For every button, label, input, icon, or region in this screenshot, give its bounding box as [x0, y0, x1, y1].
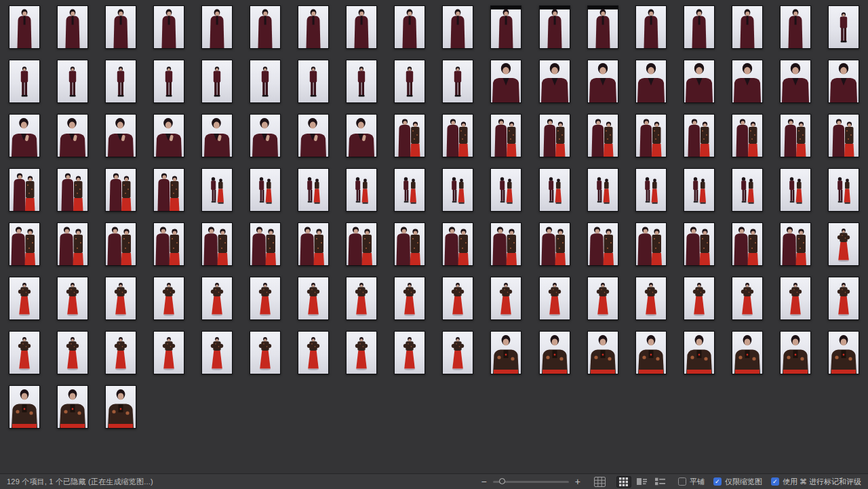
checkbox-checked-icon[interactable]: ✓ [713, 477, 722, 486]
photo-thumbnail[interactable] [539, 5, 570, 49]
photo-thumbnail[interactable] [153, 331, 184, 374]
photo-thumbnail[interactable] [153, 222, 184, 266]
photo-thumbnail[interactable] [201, 5, 233, 49]
photo-thumbnail[interactable] [250, 60, 281, 103]
photo-thumbnail[interactable] [9, 168, 40, 212]
photo-thumbnail[interactable] [105, 385, 136, 429]
photo-thumbnail[interactable] [684, 114, 715, 157]
photo-thumbnail[interactable] [635, 168, 667, 212]
details-view-button[interactable] [635, 476, 650, 488]
photo-thumbnail[interactable] [490, 168, 521, 212]
photo-thumbnail[interactable] [442, 114, 473, 157]
photo-thumbnail[interactable] [732, 168, 763, 212]
photo-thumbnail[interactable] [298, 277, 329, 320]
photo-thumbnail[interactable] [394, 331, 425, 374]
photo-thumbnail[interactable] [490, 60, 521, 103]
photo-thumbnail[interactable] [780, 60, 811, 103]
photo-thumbnail[interactable] [828, 168, 859, 212]
photo-thumbnail[interactable] [394, 222, 425, 266]
photo-thumbnail[interactable] [539, 277, 570, 320]
photo-thumbnail[interactable] [57, 385, 88, 429]
photo-thumbnail[interactable] [490, 114, 521, 157]
grid-lock-view-button[interactable] [594, 477, 606, 487]
photo-thumbnail[interactable] [394, 114, 425, 157]
photo-thumbnail[interactable] [394, 5, 425, 49]
photo-thumbnail[interactable] [9, 277, 40, 320]
photo-thumbnail[interactable] [298, 60, 329, 103]
photo-thumbnail[interactable] [587, 277, 618, 320]
photo-thumbnail[interactable] [57, 277, 88, 320]
photo-thumbnail[interactable] [346, 60, 377, 103]
photo-thumbnail[interactable] [442, 222, 473, 266]
photo-thumbnail[interactable] [9, 60, 40, 103]
photo-thumbnail[interactable] [298, 222, 329, 266]
photo-thumbnail[interactable] [732, 331, 763, 374]
photo-thumbnail[interactable] [780, 168, 811, 212]
photo-thumbnail[interactable] [153, 5, 184, 49]
photo-thumbnail[interactable] [346, 222, 377, 266]
photo-thumbnail[interactable] [105, 168, 136, 212]
photo-thumbnail[interactable] [442, 5, 473, 49]
photo-thumbnail[interactable] [105, 5, 136, 49]
photo-thumbnail[interactable] [490, 277, 521, 320]
zoom-out-button[interactable]: − [480, 477, 488, 486]
photo-thumbnail[interactable] [153, 277, 184, 320]
photo-thumbnail[interactable] [684, 277, 715, 320]
photo-thumbnail[interactable] [201, 277, 233, 320]
photo-thumbnail[interactable] [828, 5, 859, 49]
photo-thumbnail[interactable] [684, 5, 715, 49]
photo-thumbnail[interactable] [684, 331, 715, 374]
photo-thumbnail[interactable] [201, 222, 233, 266]
photo-thumbnail[interactable] [635, 222, 667, 266]
photo-thumbnail[interactable] [105, 60, 136, 103]
photo-thumbnail[interactable] [732, 277, 763, 320]
photo-thumbnail[interactable] [442, 277, 473, 320]
photo-thumbnail[interactable] [57, 5, 88, 49]
photo-thumbnail[interactable] [201, 331, 233, 374]
photo-thumbnail[interactable] [105, 114, 136, 157]
photo-thumbnail[interactable] [635, 60, 667, 103]
photo-thumbnail[interactable] [9, 5, 40, 49]
photo-thumbnail[interactable] [394, 60, 425, 103]
zoom-slider-knob[interactable] [499, 478, 505, 484]
photo-thumbnail[interactable] [57, 222, 88, 266]
photo-thumbnail[interactable] [346, 331, 377, 374]
photo-thumbnail[interactable] [635, 277, 667, 320]
zoom-slider[interactable] [493, 481, 569, 483]
photo-thumbnail[interactable] [346, 5, 377, 49]
photo-thumbnail[interactable] [587, 222, 618, 266]
checkbox-checked-icon[interactable]: ✓ [771, 477, 779, 486]
photo-thumbnail[interactable] [201, 114, 233, 157]
photo-thumbnail[interactable] [153, 60, 184, 103]
photo-thumbnail[interactable] [587, 60, 618, 103]
photo-thumbnail[interactable] [635, 114, 667, 157]
toggle-3[interactable]: ✓使用 ⌘ 进行标记和评级 [771, 477, 861, 487]
photo-thumbnail[interactable] [442, 60, 473, 103]
photo-thumbnail[interactable] [298, 168, 329, 212]
photo-thumbnail[interactable] [298, 114, 329, 157]
photo-thumbnail[interactable] [539, 60, 570, 103]
photo-thumbnail[interactable] [57, 331, 88, 374]
list-view-button[interactable] [653, 476, 668, 488]
photo-thumbnail[interactable] [684, 168, 715, 212]
photo-thumbnail[interactable] [201, 168, 233, 212]
photo-thumbnail[interactable] [539, 331, 570, 374]
photo-thumbnail[interactable] [587, 5, 618, 49]
photo-thumbnail[interactable] [250, 168, 281, 212]
photo-thumbnail[interactable] [684, 222, 715, 266]
photo-thumbnail[interactable] [153, 168, 184, 212]
photo-thumbnail[interactable] [250, 5, 281, 49]
photo-thumbnail[interactable] [442, 331, 473, 374]
photo-thumbnail[interactable] [57, 168, 88, 212]
photo-thumbnail[interactable] [732, 60, 763, 103]
photo-thumbnail[interactable] [490, 222, 521, 266]
toggle-1[interactable]: 平铺 [678, 477, 705, 487]
photo-thumbnail[interactable] [828, 331, 859, 374]
photo-thumbnail[interactable] [346, 277, 377, 320]
photo-thumbnail[interactable] [346, 168, 377, 212]
photo-thumbnail[interactable] [105, 331, 136, 374]
photo-thumbnail[interactable] [250, 331, 281, 374]
photo-thumbnail[interactable] [201, 60, 233, 103]
photo-thumbnail[interactable] [346, 114, 377, 157]
photo-thumbnail[interactable] [57, 60, 88, 103]
